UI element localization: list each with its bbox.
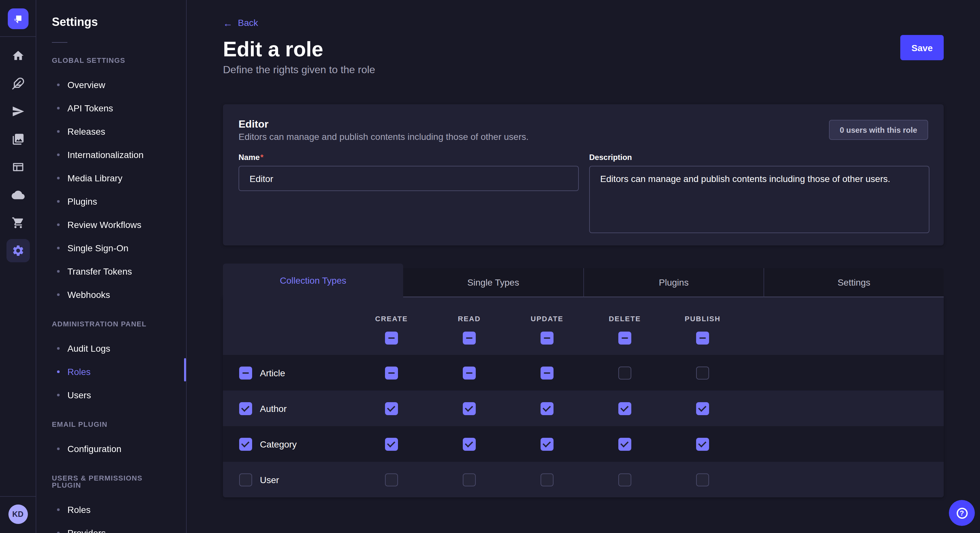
header-checkbox-cell: [353, 332, 430, 344]
back-arrow-icon: ←: [223, 18, 233, 28]
permissions-tabs: Collection TypesSingle TypesPluginsSetti…: [223, 263, 944, 297]
select-all-publish-checkbox[interactable]: [696, 332, 709, 344]
row-label-cell: Article: [223, 366, 353, 379]
user-create-checkbox[interactable]: [385, 473, 398, 486]
tab-plugins[interactable]: Plugins: [583, 268, 764, 297]
sidebar-item-webhooks[interactable]: Webhooks: [36, 283, 186, 306]
required-mark: *: [260, 153, 263, 162]
bullet-icon: [57, 370, 60, 373]
sidebar-item-releases[interactable]: Releases: [36, 120, 186, 143]
category-row-checkbox[interactable]: [239, 438, 252, 451]
content-type-label: Category: [260, 439, 297, 449]
sidebar-item-label: Webhooks: [67, 289, 110, 300]
tab-settings[interactable]: Settings: [764, 268, 944, 297]
permissions-panel: CREATEREADUPDATEDELETEPUBLISH ArticleAut…: [223, 297, 944, 497]
author-row-checkbox[interactable]: [239, 402, 252, 415]
permission-row-category: Category: [223, 426, 944, 462]
tab-single-types[interactable]: Single Types: [403, 268, 583, 297]
bullet-icon: [57, 130, 60, 133]
rail-button-home[interactable]: [6, 44, 30, 67]
cart-icon: [11, 216, 24, 229]
header-spacer: [223, 332, 353, 344]
sidebar-item-users[interactable]: Users: [36, 383, 186, 407]
user-publish-checkbox[interactable]: [696, 473, 709, 486]
bullet-icon: [57, 107, 60, 109]
category-delete-checkbox[interactable]: [618, 438, 631, 451]
sidebar-item-label: Users: [67, 390, 91, 400]
checkbox-cell: [353, 366, 430, 379]
user-row-checkbox[interactable]: [239, 473, 252, 486]
name-input[interactable]: [239, 166, 579, 191]
bullet-icon: [57, 154, 60, 156]
select-all-delete-checkbox[interactable]: [618, 332, 631, 344]
header-checkbox-cell: [508, 332, 586, 344]
user-avatar[interactable]: KD: [8, 504, 27, 524]
bullet-icon: [57, 394, 60, 397]
rail-button-settings-gear[interactable]: [6, 239, 30, 262]
header-spacer: [223, 314, 353, 323]
user-read-checkbox[interactable]: [463, 473, 476, 486]
author-delete-checkbox[interactable]: [618, 402, 631, 415]
category-create-checkbox[interactable]: [385, 438, 398, 451]
select-all-update-checkbox[interactable]: [541, 332, 554, 344]
select-all-create-checkbox[interactable]: [385, 332, 398, 344]
article-delete-checkbox[interactable]: [618, 366, 631, 379]
sidebar-item-single-sign-on[interactable]: Single Sign-On: [36, 236, 186, 260]
sidebar-item-label: Transfer Tokens: [67, 266, 132, 276]
sidebar-item-label: Overview: [67, 80, 105, 90]
strapi-logo[interactable]: [8, 8, 28, 29]
sidebar-item-audit-logs[interactable]: Audit Logs: [36, 337, 186, 360]
category-update-checkbox[interactable]: [541, 438, 554, 451]
article-row-checkbox[interactable]: [239, 366, 252, 379]
sidebar-item-transfer-tokens[interactable]: Transfer Tokens: [36, 260, 186, 283]
rail-button-layout[interactable]: [6, 155, 30, 179]
sidebar-item-roles-2[interactable]: Roles: [36, 498, 186, 521]
sidebar-item-label: Roles: [67, 504, 91, 515]
sidebar-item-plugins[interactable]: Plugins: [36, 190, 186, 213]
tab-collection-types[interactable]: Collection Types: [223, 263, 403, 297]
sidebar-item-label: Roles: [67, 366, 91, 377]
sidebar-item-internationalization[interactable]: Internationalization: [36, 143, 186, 167]
article-update-checkbox[interactable]: [541, 366, 554, 379]
sidebar-item-providers[interactable]: Providers: [36, 521, 186, 533]
column-header-create: CREATE: [353, 314, 430, 323]
bullet-icon: [57, 224, 60, 226]
user-update-checkbox[interactable]: [541, 473, 554, 486]
rail-button-cart[interactable]: [6, 211, 30, 235]
select-all-read-checkbox[interactable]: [463, 332, 476, 344]
description-field-group: Description Editors can manage and publi…: [589, 153, 929, 236]
author-create-checkbox[interactable]: [385, 402, 398, 415]
category-read-checkbox[interactable]: [463, 438, 476, 451]
sidebar-item-label: Configuration: [67, 444, 121, 454]
rail-button-feather[interactable]: [6, 72, 30, 95]
save-button[interactable]: Save: [900, 35, 944, 60]
sidebar-item-media-library[interactable]: Media Library: [36, 167, 186, 190]
sidebar-item-label: Media Library: [67, 173, 123, 183]
sidebar-item-api-tokens[interactable]: API Tokens: [36, 97, 186, 120]
article-create-checkbox[interactable]: [385, 366, 398, 379]
user-delete-checkbox[interactable]: [618, 473, 631, 486]
rail-button-cloud[interactable]: [6, 183, 30, 206]
category-publish-checkbox[interactable]: [696, 438, 709, 451]
description-textarea[interactable]: Editors can manage and publish contents …: [589, 166, 929, 233]
author-publish-checkbox[interactable]: [696, 402, 709, 415]
article-publish-checkbox[interactable]: [696, 366, 709, 379]
back-link[interactable]: ← Back: [223, 17, 258, 29]
checkbox-cell: [353, 473, 430, 486]
sidebar-item-configuration[interactable]: Configuration: [36, 437, 186, 460]
checkbox-cell: [586, 366, 664, 379]
app: KD Settings GLOBAL SETTINGSOverviewAPI T…: [0, 0, 980, 533]
checkbox-cell: [508, 402, 586, 415]
sidebar-item-overview[interactable]: Overview: [36, 73, 186, 97]
rail-button-send[interactable]: [6, 100, 30, 123]
sidebar-item-label: Review Workflows: [67, 219, 141, 230]
sidebar-item-review-workflows[interactable]: Review Workflows: [36, 213, 186, 236]
author-update-checkbox[interactable]: [541, 402, 554, 415]
subnav-scrollbar-thumb[interactable]: [184, 358, 186, 381]
article-read-checkbox[interactable]: [463, 366, 476, 379]
sidebar-item-roles[interactable]: Roles: [36, 360, 186, 383]
author-read-checkbox[interactable]: [463, 402, 476, 415]
help-button[interactable]: ?: [949, 500, 975, 526]
users-with-role-button[interactable]: 0 users with this role: [829, 120, 928, 140]
rail-button-media-library[interactable]: [6, 128, 30, 151]
